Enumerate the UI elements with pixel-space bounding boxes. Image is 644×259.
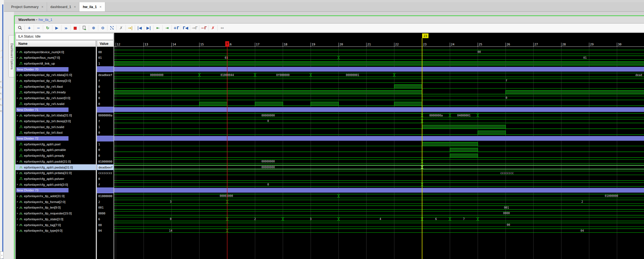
tab-close-icon[interactable]: ×	[41, 5, 43, 9]
expand-arrow-icon[interactable]: >	[16, 79, 19, 82]
signal-value[interactable]: 6	[97, 216, 114, 222]
signal-value[interactable]: 0	[97, 101, 114, 107]
signal-value[interactable]	[97, 136, 114, 141]
expand-corner-button[interactable]: ›	[0, 251, 4, 259]
expand-arrow-icon[interactable]: >	[16, 212, 19, 215]
signal-row[interactable]: >ep/txnlayer/rx_tlp_type[4:0]	[16, 228, 96, 234]
signal-row[interactable]: ep/txnlayer/dl_link_up	[16, 60, 96, 66]
signal-row[interactable]: >ep/txnlayer/rx_tlp_addr[31:0]	[16, 193, 96, 199]
signal-value[interactable]: 1	[97, 60, 114, 66]
remove-probe-icon[interactable]: −	[35, 25, 42, 31]
signal-value[interactable]: 0	[97, 95, 114, 101]
signal-row[interactable]: >ep/txnlayer/rx_tlp_requester[15:0]	[16, 211, 96, 216]
signal-row[interactable]: >ep/txnlayer/cfg_apb\\.paddr[31:0]	[16, 158, 96, 164]
signal-value[interactable]: 001	[97, 205, 114, 211]
signal-row[interactable]: >ep/txnlayer/rx_tlp_tag[7:0]	[16, 222, 96, 228]
signal-value[interactable]: 00	[97, 222, 114, 228]
signal-row[interactable]: >ep/txnlayer/axi_tlp_tx\\.tkeep[3:0]	[16, 118, 96, 124]
zoom-out-icon[interactable]: ⊖	[99, 25, 106, 31]
signal-row[interactable]: >ep/txnlayer/bus_num[7:0]	[16, 55, 96, 61]
signal-value[interactable]: 0	[97, 89, 114, 95]
search-icon[interactable]	[16, 25, 24, 31]
expand-arrow-icon[interactable]: >	[16, 160, 19, 163]
run-trigger-immediate-icon[interactable]: »	[62, 25, 70, 31]
tab-close-icon[interactable]: ×	[99, 5, 101, 9]
signal-row[interactable]: ep/txnlayer/cfg_apb\\.penable	[16, 147, 96, 153]
signal-row[interactable]: >ep/txnlayer/axi_tlp_rx\\.tuser[0:0]	[16, 95, 96, 101]
signal-row[interactable]: ep/txnlayer/axi_tlp_tx\\.tlast	[16, 130, 96, 136]
tab-hw-ila-1[interactable]: hw_ila_1×	[79, 2, 105, 11]
expand-arrow-icon[interactable]: >	[16, 74, 19, 77]
signal-value[interactable]: 01	[97, 55, 114, 61]
expand-arrow-icon[interactable]: >	[16, 223, 19, 226]
signal-row[interactable]: ep/txnlayer/axi_tlp_rx\\.tlast	[16, 84, 96, 89]
stop-trigger-icon[interactable]: ■	[72, 25, 79, 31]
signal-value[interactable]: 0000	[97, 211, 114, 216]
expand-arrow-icon[interactable]: >	[16, 166, 19, 169]
tab-dashboard-1[interactable]: dashboard_1×	[47, 2, 80, 11]
disable-trigger-icon[interactable]: ✗	[117, 25, 125, 31]
next-transition-icon[interactable]: ⇥	[163, 25, 171, 31]
signal-value[interactable]: f	[97, 118, 114, 124]
expand-arrow-icon[interactable]: >	[16, 206, 19, 209]
signal-value[interactable]	[97, 107, 114, 113]
previous-marker-icon[interactable]: Γ◀	[182, 25, 189, 31]
signal-value[interactable]: deadbeef	[97, 164, 114, 170]
expand-arrow-icon[interactable]: >	[16, 119, 19, 123]
zoom-fit-icon[interactable]	[108, 25, 116, 31]
trigger-marker[interactable]: T	[225, 41, 229, 47]
expand-arrow-icon[interactable]: >	[16, 97, 19, 100]
expand-arrow-icon[interactable]: >	[16, 195, 19, 198]
expand-arrow-icon[interactable]: >	[16, 218, 19, 221]
signal-row[interactable]: ep/txnlayer/cfg_apb\\.pslverr	[16, 176, 96, 182]
zoom-in-icon[interactable]: ⊕	[90, 25, 97, 31]
delete-icon[interactable]: ✗	[209, 25, 217, 31]
signal-row[interactable]: >ep/txnlayer/cfg_apb\\.pwdata[31:0]	[16, 164, 96, 170]
add-probe-icon[interactable]: +	[26, 25, 33, 31]
signal-value[interactable]: 00	[97, 49, 114, 55]
signal-row[interactable]: New Divider 70	[16, 66, 96, 72]
expand-arrow-icon[interactable]: >	[16, 114, 19, 117]
signal-value[interactable]: 0	[97, 147, 114, 153]
signal-value[interactable]: 1	[97, 141, 114, 147]
signal-value[interactable]	[97, 66, 114, 72]
signal-value[interactable]: f	[97, 182, 114, 187]
signal-row[interactable]: ep/txnlayer/cfg_apb\\.psel	[16, 141, 96, 147]
run-trigger-icon[interactable]: ▶	[53, 25, 60, 31]
add-marker-icon[interactable]: +Γ	[173, 25, 180, 31]
signal-value[interactable]: 1	[97, 124, 114, 130]
expand-arrow-icon[interactable]: >	[16, 56, 19, 59]
signal-row[interactable]: ep/txnlayer/cfg_apb\\.pready	[16, 153, 96, 159]
signal-value[interactable]: f	[97, 78, 114, 84]
signal-value[interactable]	[97, 187, 114, 193]
remove-marker-icon[interactable]: −Γ	[200, 25, 207, 31]
goto-end-icon[interactable]: ▶|	[145, 25, 152, 31]
rerun-trigger-icon[interactable]: ↻	[44, 25, 51, 31]
signal-row[interactable]: ep/txnlayer/axi_tlp_rx\\.tvalid	[16, 101, 96, 107]
signal-row[interactable]: >ep/txnlayer/cfg_apb\\.prdata[31:0]	[16, 170, 96, 176]
signal-value[interactable]: 0	[97, 176, 114, 182]
signal-row[interactable]: ep/txnlayer/axi_tlp_tx\\.tvalid	[16, 124, 96, 130]
signal-row[interactable]: New Divider 73	[16, 187, 96, 193]
hw-ila-link[interactable]: hw_ila_1	[39, 18, 52, 22]
signal-row[interactable]: >ep/txnlayer/axi_tlp_rx\\.tdata[31:0]	[16, 72, 96, 78]
signal-row[interactable]: >ep/txnlayer/rx_tlp_len[9:0]	[16, 205, 96, 211]
signal-value[interactable]: 04	[97, 228, 114, 234]
expand-arrow-icon[interactable]: >	[16, 183, 19, 186]
signal-row[interactable]: >ep/txnlayer/axi_tlp_rx\\.tkeep[3:0]	[16, 78, 96, 84]
signal-value[interactable]: deadbeef	[97, 72, 114, 78]
signal-row[interactable]: ep/txnlayer/axi_tlp_rx\\.tready	[16, 89, 96, 95]
goto-start-icon[interactable]: |◀	[136, 25, 143, 31]
signal-row[interactable]: >ep/txnlayer/rx_tlp_state[3:0]	[16, 216, 96, 222]
expand-arrow-icon[interactable]: >	[16, 172, 19, 175]
signal-row[interactable]: >ep/txnlayer/rx_tlp_format[2:0]	[16, 199, 96, 205]
signal-row[interactable]: >ep/txnlayer/cfg_apb\\.pstrb[3:0]	[16, 182, 96, 187]
export-data-icon[interactable]	[81, 25, 88, 31]
signal-value[interactable]: 0000000a	[97, 113, 114, 118]
signal-row[interactable]: >ep/txnlayer/device_num[4:0]	[16, 49, 96, 55]
tab-close-icon[interactable]: ×	[74, 5, 76, 9]
next-marker-icon[interactable]: →Γ	[191, 25, 198, 31]
expand-arrow-icon[interactable]: >	[16, 50, 19, 53]
signal-row[interactable]: New Divider 71	[16, 107, 96, 113]
signal-row[interactable]: New Divider 72	[16, 136, 96, 141]
